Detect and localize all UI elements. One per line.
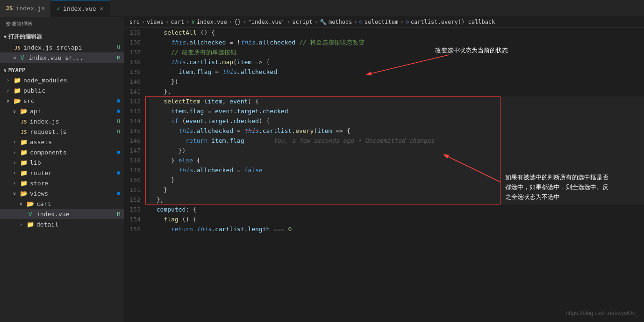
folder-open-icon: 📂 (13, 97, 21, 104)
sidebar-item-cart[interactable]: ∨ 📂 cart (0, 198, 124, 209)
folder-open-icon: 📂 (20, 190, 28, 197)
open-editor-index-vue-label: index.vue sr... (29, 54, 83, 61)
bc-selectitem: selectItem (365, 19, 398, 25)
bc-methods: methods (329, 19, 352, 25)
modified-dot-router (117, 171, 120, 175)
code-line-147: }) (149, 146, 644, 155)
chevron-right-icon: › (13, 170, 20, 176)
section-open-editors[interactable]: ▼ 打开的编辑器 (0, 31, 124, 42)
vue-file-icon: V (18, 54, 27, 61)
line-numbers: 135 136 137 138 139 140 141 142 143 144 … (124, 28, 145, 322)
sidebar-item-cart-index-vue-label: index.vue (36, 211, 69, 218)
folder-icon: 📁 (20, 149, 28, 156)
code-line-139: item.flag = this.allchecked (149, 67, 644, 77)
sidebar-item-src-label: src (23, 97, 34, 104)
tab-bar: JS index.js ✓ index.vue ✕ (0, 0, 644, 17)
chevron-down-icon: ∨ (13, 191, 20, 196)
bc-sep: › (243, 19, 246, 25)
folder-icon: 📁 (13, 87, 21, 94)
code-content[interactable]: selectAll () { this.allchecked = !this.a… (145, 28, 644, 322)
code-line-152: }, (149, 195, 644, 205)
sidebar-item-store[interactable]: › 📁 store (0, 178, 124, 188)
open-editor-index-vue[interactable]: ✕ V index.vue sr... M (0, 52, 124, 63)
bc-circle-icon2: ⊙ (405, 19, 408, 25)
chevron-down-icon: ∨ (7, 98, 13, 103)
bc-sep: › (142, 19, 145, 25)
sidebar-item-detail[interactable]: › 📁 detail (0, 219, 124, 229)
sidebar-item-lib[interactable]: › 📁 lib (0, 157, 124, 168)
code-line-135: selectAll () { (149, 28, 644, 37)
sidebar-item-request-js-label: request.js (30, 128, 66, 135)
sidebar-item-detail-label: detail (36, 221, 58, 228)
chevron-right-icon: › (13, 150, 20, 155)
sidebar-item-cart-index-vue[interactable]: V index.vue M (0, 209, 124, 219)
code-line-140: }) (149, 77, 644, 87)
code-line-155: return this.cartlist.length === 0 (149, 224, 644, 234)
close-icon[interactable]: ✕ (13, 55, 16, 61)
sidebar-title: 资源管理器 (0, 17, 124, 31)
js-icon: JS (6, 5, 13, 12)
sidebar-item-views[interactable]: ∨ 📂 views (0, 188, 124, 198)
watermark: https://blog.csdn.net/ZywOo_ (566, 308, 638, 318)
code-line-145: this.allchecked = this.cartlist.every(it… (149, 126, 644, 136)
sidebar-item-request-js[interactable]: JS request.js U (0, 126, 124, 137)
sidebar-item-api-index-js[interactable]: JS index.js U (0, 116, 124, 126)
section-myapp-label: MYAPP (8, 67, 25, 73)
bc-sep: › (354, 19, 358, 25)
sidebar-item-cart-label: cart (36, 200, 51, 207)
sidebar: 资源管理器 ▼ 打开的编辑器 JS index.js src\api U ✕ V… (0, 17, 124, 322)
code-line-144: if (event.target.checked) { (149, 116, 644, 126)
bc-src: src (129, 19, 140, 25)
modified-dot-views (117, 192, 120, 195)
sidebar-item-assets[interactable]: › 📁 assets (0, 137, 124, 147)
sidebar-item-node-modules[interactable]: › 📁 node_modules (0, 75, 124, 85)
open-editor-index-js[interactable]: JS index.js src\api U (0, 42, 124, 52)
tab-index-vue[interactable]: ✓ index.vue ✕ (51, 0, 110, 17)
sidebar-item-router[interactable]: › 📁 router (0, 168, 124, 178)
bc-circle-icon: ⊙ (359, 19, 363, 25)
sidebar-item-router-label: router (30, 169, 52, 176)
code-line-142: selectItem (item, event) { (149, 96, 644, 106)
code-line-143: item.flag = event.target.checked (149, 106, 644, 116)
sidebar-item-public[interactable]: › 📁 public (0, 85, 124, 95)
code-line-138: this.cartlist.map(item => { (149, 57, 644, 67)
folder-icon: 📁 (13, 77, 21, 84)
code-line-148: } else { (149, 155, 644, 165)
folder-open-icon: 📂 (26, 200, 35, 207)
js-file-icon: JS (20, 128, 28, 135)
code-line-146: return item.flag You, a few seconds ago … (149, 136, 644, 146)
bc-cart: cart (171, 19, 184, 25)
sidebar-item-src[interactable]: ∨ 📂 src (0, 95, 124, 106)
code-editor[interactable]: 135 136 137 138 139 140 141 142 143 144 … (124, 28, 644, 322)
tab-close-button[interactable]: ✕ (99, 4, 104, 13)
code-line-136: this.allchecked = !this.allchecked // 将全… (149, 37, 644, 47)
editor-area: src › views › cart › V index.vue › {} › … (124, 17, 644, 322)
modified-dot-api (117, 110, 120, 113)
strikethrough-text: this (244, 126, 259, 136)
open-editor-index-vue-badge: M (117, 55, 120, 61)
bc-sep: › (400, 19, 403, 25)
main-layout: 资源管理器 ▼ 打开的编辑器 JS index.js src\api U ✕ V… (0, 17, 644, 322)
section-myapp[interactable]: ∨ MYAPP (0, 66, 124, 75)
chevron-right-icon: › (13, 160, 20, 165)
folder-open-icon: 📂 (20, 108, 28, 115)
tab-index-js[interactable]: JS index.js (0, 0, 51, 17)
bc-script: script (292, 19, 312, 25)
bc-quote: "index.vue" (248, 19, 285, 25)
chevron-right-icon: › (13, 139, 20, 145)
folder-icon: 📁 (20, 169, 28, 176)
breadcrumb: src › views › cart › V index.vue › {} › … (124, 17, 644, 28)
cart-index-vue-badge: M (117, 211, 120, 217)
sidebar-item-api-label: api (30, 108, 41, 115)
folder-icon: 📁 (26, 221, 35, 228)
section-open-editors-label: 打开的编辑器 (8, 33, 42, 41)
sidebar-item-components-label: components (30, 149, 66, 156)
chevron-down-icon: ∨ (13, 109, 20, 114)
sidebar-item-api-index-js-label: index.js (30, 118, 59, 125)
sidebar-item-api[interactable]: ∨ 📂 api (0, 106, 124, 116)
code-line-150: } (149, 175, 644, 185)
chevron-down-icon: ∨ (20, 201, 26, 206)
chevron-right-icon: › (7, 78, 13, 83)
sidebar-item-components[interactable]: › 📁 components (0, 147, 124, 157)
chevron-down-icon-myapp: ∨ (4, 68, 7, 73)
